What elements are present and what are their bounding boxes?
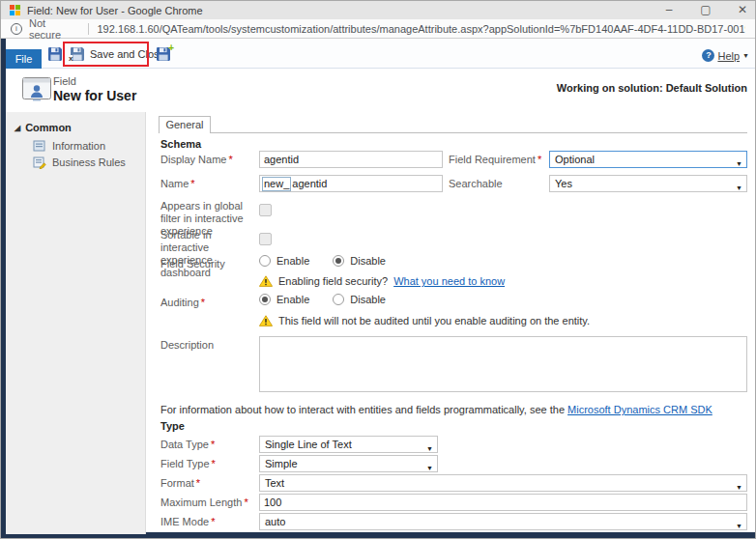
required-marker: * (211, 516, 215, 527)
field-requirement-label: Field Requirement* (449, 154, 547, 166)
field-security-label: Field Security (160, 258, 259, 270)
sdk-note: For information about how to interact wi… (160, 404, 712, 415)
field-entity-icon (22, 77, 51, 103)
save-and-new-icon: + (156, 46, 171, 62)
save-button[interactable] (44, 43, 66, 65)
ime-mode-label: IME Mode* (160, 516, 259, 528)
auditing-enable-radio[interactable] (259, 294, 271, 305)
description-textarea[interactable] (259, 336, 747, 392)
not-secure-label[interactable]: Not secure (29, 17, 79, 41)
chevron-down-icon: ▼ (742, 52, 749, 59)
save-and-new-button[interactable]: + (153, 43, 174, 65)
name-value: agentid (292, 178, 327, 189)
crm-sdk-link[interactable]: Microsoft Dynamics CRM SDK (567, 404, 712, 415)
url-text[interactable]: 192.168.1.60/QATeam/tools/systemcustomiz… (97, 23, 745, 35)
sidebar-item-information[interactable]: Information (33, 139, 105, 153)
business-rules-icon (33, 156, 46, 169)
required-marker: * (201, 297, 205, 308)
auditing-warning: This field will not be audited until you… (259, 315, 590, 326)
description-label: Description (160, 339, 259, 352)
page-title: New for User (53, 88, 136, 103)
sidebar-group-label: Common (25, 122, 72, 133)
searchable-label: Searchable (449, 178, 547, 190)
type-section-heading: Type (160, 420, 185, 432)
sdk-note-text: For information about how to interact wi… (160, 404, 565, 415)
maximize-button[interactable]: ▢ (699, 1, 712, 19)
help-icon: ? (702, 49, 714, 62)
display-name-input[interactable] (259, 151, 443, 168)
auditing-label: Auditing* (160, 297, 259, 309)
maximum-length-label: Maximum Length* (160, 496, 259, 509)
minimize-button[interactable]: – (662, 1, 676, 19)
browser-title-bar: Field: New for User - Google Chrome – ▢ … (1, 1, 755, 19)
warning-icon (259, 275, 273, 287)
auditing-disable-label: Disable (350, 294, 386, 305)
required-marker: * (196, 477, 200, 489)
field-requirement-select[interactable]: Optional▼ (549, 151, 747, 168)
dropdown-arrow-icon: ▼ (426, 441, 433, 453)
auditing-radio-group: Enable Disable (259, 294, 386, 305)
page-header: Field New for User Working on solution: … (6, 69, 756, 112)
tab-general[interactable]: General (159, 116, 211, 133)
file-button[interactable]: File (6, 49, 42, 69)
sidebar-group-common[interactable]: ◢ Common (15, 122, 72, 133)
dropdown-arrow-icon: ▼ (426, 461, 433, 472)
help-menu[interactable]: ? Help ▼ (702, 49, 749, 62)
sortable-label: Sortable in interactive experience dashb… (160, 229, 259, 279)
field-type-select[interactable]: Simple▼ (259, 455, 438, 472)
auditing-enable-label: Enable (276, 294, 309, 305)
save-icon (47, 46, 63, 62)
required-marker: * (228, 154, 232, 165)
info-icon[interactable]: i (11, 23, 22, 35)
field-type-label: Field Type* (160, 458, 259, 470)
global-filter-checkbox[interactable] (259, 204, 272, 216)
required-marker: * (212, 458, 216, 469)
data-type-select[interactable]: Single Line of Text▼ (259, 436, 438, 453)
help-label: Help (717, 50, 740, 62)
dropdown-arrow-icon: ▼ (736, 480, 742, 492)
sidebar-item-label: Business Rules (52, 156, 126, 168)
ribbon: File x Save and Close (6, 39, 756, 69)
field-security-enable-label: Enable (276, 255, 309, 267)
crm-field-window: Field: New for User - Google Chrome – ▢ … (0, 0, 756, 539)
ime-mode-select[interactable]: auto▼ (259, 513, 747, 530)
address-bar[interactable]: i Not secure 192.168.1.60/QATeam/tools/s… (1, 19, 755, 39)
sidebar-item-label: Information (52, 140, 105, 152)
dropdown-arrow-icon: ▼ (736, 181, 742, 192)
field-security-disable-label: Disable (350, 255, 386, 267)
solution-note: Working on solution: Default Solution (557, 82, 747, 94)
name-label: Name* (160, 178, 259, 190)
format-label: Format* (160, 477, 259, 490)
required-marker: * (190, 178, 194, 189)
field-security-enable-radio[interactable] (259, 255, 271, 267)
navigation-sidebar: ◢ Common Information Business Rules (6, 112, 146, 534)
what-you-need-to-know-link[interactable]: What you need to know (393, 275, 505, 287)
name-input[interactable]: new_ agentid (259, 175, 443, 192)
schema-section-heading: Schema (160, 138, 201, 150)
required-marker: * (244, 496, 247, 508)
dropdown-arrow-icon: ▼ (736, 156, 742, 168)
field-security-warning: Enabling field security? What you need t… (259, 275, 505, 287)
sortable-checkbox[interactable] (259, 233, 272, 245)
display-name-label: Display Name* (160, 154, 259, 166)
searchable-select[interactable]: Yes▼ (549, 175, 747, 192)
dropdown-arrow-icon: ▼ (736, 519, 742, 530)
maximum-length-input[interactable] (259, 494, 747, 511)
required-marker: * (538, 154, 541, 165)
information-icon (33, 139, 46, 153)
close-button[interactable]: ✕ (736, 1, 749, 19)
record-type-label: Field (53, 75, 76, 87)
field-security-warning-text: Enabling field security? (278, 275, 388, 287)
window-title: Field: New for User - Google Chrome (27, 5, 203, 16)
save-and-close-icon: x (70, 46, 85, 62)
warning-icon (259, 315, 273, 326)
window-app-icon (10, 5, 20, 15)
required-marker: * (211, 439, 215, 450)
auditing-disable-radio[interactable] (333, 294, 344, 305)
field-security-radio-group: Enable Disable (259, 255, 386, 267)
field-security-disable-radio[interactable] (333, 255, 344, 267)
tab-strip-line (159, 132, 747, 133)
sidebar-item-business-rules[interactable]: Business Rules (33, 156, 126, 169)
format-select[interactable]: Text▼ (259, 474, 747, 492)
tree-expander-icon[interactable]: ◢ (15, 124, 20, 132)
